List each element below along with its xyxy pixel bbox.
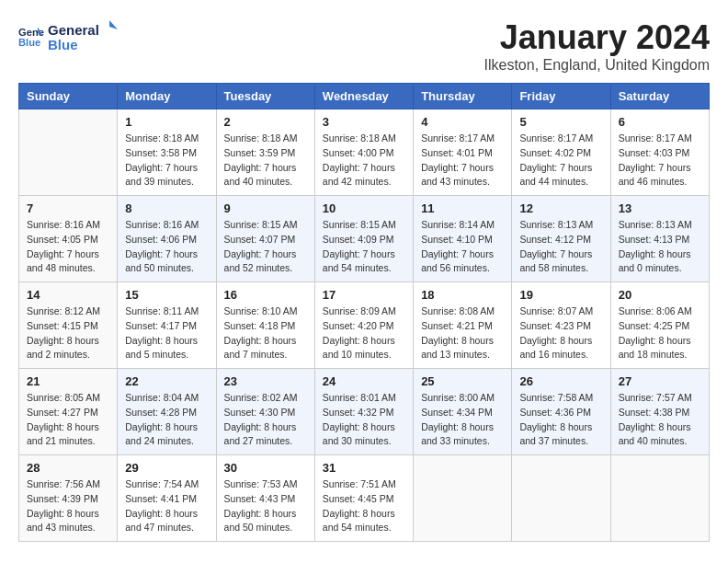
- day-cell: 26Sunrise: 7:58 AMSunset: 4:36 PMDayligh…: [512, 369, 610, 455]
- logo-svg: General Blue: [48, 18, 121, 55]
- day-cell: [19, 109, 118, 196]
- day-cell: 21Sunrise: 8:05 AMSunset: 4:27 PMDayligh…: [19, 369, 118, 455]
- day-cell: 28Sunrise: 7:56 AMSunset: 4:39 PMDayligh…: [19, 455, 118, 542]
- day-cell: 19Sunrise: 8:07 AMSunset: 4:23 PMDayligh…: [512, 282, 610, 369]
- svg-marker-4: [109, 20, 118, 29]
- month-title: January 2024: [484, 18, 710, 57]
- svg-text:Blue: Blue: [48, 37, 78, 52]
- day-info: Sunrise: 7:58 AMSunset: 4:36 PMDaylight:…: [519, 391, 602, 449]
- day-header-wednesday: Wednesday: [314, 84, 413, 109]
- day-info: Sunrise: 8:04 AMSunset: 4:28 PMDaylight:…: [125, 391, 208, 449]
- location: Ilkeston, England, United Kingdom: [484, 57, 710, 74]
- day-header-monday: Monday: [118, 84, 216, 109]
- day-info: Sunrise: 8:14 AMSunset: 4:10 PMDaylight:…: [421, 218, 504, 276]
- day-cell: 16Sunrise: 8:10 AMSunset: 4:18 PMDayligh…: [216, 282, 314, 369]
- day-cell: 15Sunrise: 8:11 AMSunset: 4:17 PMDayligh…: [118, 282, 216, 369]
- day-number: 1: [125, 115, 208, 129]
- svg-text:Blue: Blue: [18, 37, 40, 48]
- day-number: 10: [323, 201, 405, 215]
- day-number: 26: [519, 374, 602, 388]
- calendar-header-row: SundayMondayTuesdayWednesdayThursdayFrid…: [19, 84, 710, 109]
- day-number: 23: [224, 374, 307, 388]
- day-number: 13: [619, 201, 701, 215]
- day-info: Sunrise: 8:15 AMSunset: 4:07 PMDaylight:…: [224, 218, 307, 276]
- day-number: 5: [519, 115, 602, 129]
- week-row-4: 21Sunrise: 8:05 AMSunset: 4:27 PMDayligh…: [19, 369, 710, 455]
- day-cell: 20Sunrise: 8:06 AMSunset: 4:25 PMDayligh…: [610, 282, 709, 369]
- title-block: January 2024 Ilkeston, England, United K…: [484, 18, 710, 74]
- day-header-tuesday: Tuesday: [216, 84, 314, 109]
- day-cell: [512, 455, 610, 542]
- svg-text:General: General: [48, 22, 99, 38]
- day-number: 28: [27, 461, 109, 475]
- day-number: 19: [519, 288, 602, 302]
- day-info: Sunrise: 8:13 AMSunset: 4:12 PMDaylight:…: [519, 218, 602, 276]
- day-number: 3: [323, 115, 405, 129]
- day-info: Sunrise: 8:09 AMSunset: 4:20 PMDaylight:…: [323, 304, 405, 362]
- week-row-3: 14Sunrise: 8:12 AMSunset: 4:15 PMDayligh…: [19, 282, 710, 369]
- day-info: Sunrise: 8:07 AMSunset: 4:23 PMDaylight:…: [519, 304, 602, 362]
- day-cell: 13Sunrise: 8:13 AMSunset: 4:13 PMDayligh…: [610, 196, 709, 282]
- week-row-5: 28Sunrise: 7:56 AMSunset: 4:39 PMDayligh…: [19, 455, 710, 542]
- day-cell: 27Sunrise: 7:57 AMSunset: 4:38 PMDayligh…: [610, 369, 709, 455]
- day-cell: 12Sunrise: 8:13 AMSunset: 4:12 PMDayligh…: [512, 196, 610, 282]
- day-cell: 23Sunrise: 8:02 AMSunset: 4:30 PMDayligh…: [216, 369, 314, 455]
- day-number: 21: [27, 374, 109, 388]
- day-info: Sunrise: 8:00 AMSunset: 4:34 PMDaylight:…: [421, 391, 504, 449]
- calendar-body: 1Sunrise: 8:18 AMSunset: 3:58 PMDaylight…: [19, 109, 710, 542]
- day-number: 11: [421, 201, 504, 215]
- day-info: Sunrise: 8:08 AMSunset: 4:21 PMDaylight:…: [421, 304, 504, 362]
- day-cell: 7Sunrise: 8:16 AMSunset: 4:05 PMDaylight…: [19, 196, 118, 282]
- day-cell: 18Sunrise: 8:08 AMSunset: 4:21 PMDayligh…: [414, 282, 512, 369]
- day-cell: 9Sunrise: 8:15 AMSunset: 4:07 PMDaylight…: [216, 196, 314, 282]
- day-info: Sunrise: 7:54 AMSunset: 4:41 PMDaylight:…: [125, 477, 208, 535]
- day-cell: 11Sunrise: 8:14 AMSunset: 4:10 PMDayligh…: [414, 196, 512, 282]
- day-cell: 29Sunrise: 7:54 AMSunset: 4:41 PMDayligh…: [118, 455, 216, 542]
- day-info: Sunrise: 8:10 AMSunset: 4:18 PMDaylight:…: [224, 304, 307, 362]
- day-cell: 1Sunrise: 8:18 AMSunset: 3:58 PMDaylight…: [118, 109, 216, 196]
- day-number: 17: [323, 288, 405, 302]
- day-number: 16: [224, 288, 307, 302]
- day-cell: [610, 455, 709, 542]
- day-cell: 8Sunrise: 8:16 AMSunset: 4:06 PMDaylight…: [118, 196, 216, 282]
- day-number: 8: [125, 201, 208, 215]
- day-cell: 5Sunrise: 8:17 AMSunset: 4:02 PMDaylight…: [512, 109, 610, 196]
- week-row-1: 1Sunrise: 8:18 AMSunset: 3:58 PMDaylight…: [19, 109, 710, 196]
- day-number: 20: [619, 288, 701, 302]
- day-number: 27: [619, 374, 701, 388]
- day-number: 18: [421, 288, 504, 302]
- logo-icon: General Blue: [18, 24, 44, 50]
- day-cell: 17Sunrise: 8:09 AMSunset: 4:20 PMDayligh…: [314, 282, 413, 369]
- day-info: Sunrise: 8:05 AMSunset: 4:27 PMDaylight:…: [27, 391, 109, 449]
- day-number: 22: [125, 374, 208, 388]
- calendar-table: SundayMondayTuesdayWednesdayThursdayFrid…: [18, 83, 710, 542]
- day-cell: 10Sunrise: 8:15 AMSunset: 4:09 PMDayligh…: [314, 196, 413, 282]
- day-cell: 22Sunrise: 8:04 AMSunset: 4:28 PMDayligh…: [118, 369, 216, 455]
- page-header: General Blue General Blue January 2024 I…: [18, 18, 710, 74]
- day-number: 29: [125, 461, 208, 475]
- day-number: 14: [27, 288, 109, 302]
- day-info: Sunrise: 8:11 AMSunset: 4:17 PMDaylight:…: [125, 304, 208, 362]
- day-number: 9: [224, 201, 307, 215]
- day-number: 24: [323, 374, 405, 388]
- day-cell: 2Sunrise: 8:18 AMSunset: 3:59 PMDaylight…: [216, 109, 314, 196]
- day-number: 4: [421, 115, 504, 129]
- day-info: Sunrise: 8:13 AMSunset: 4:13 PMDaylight:…: [619, 218, 701, 276]
- day-cell: [414, 455, 512, 542]
- day-number: 7: [27, 201, 109, 215]
- day-info: Sunrise: 8:06 AMSunset: 4:25 PMDaylight:…: [619, 304, 701, 362]
- day-cell: 31Sunrise: 7:51 AMSunset: 4:45 PMDayligh…: [314, 455, 413, 542]
- day-info: Sunrise: 7:53 AMSunset: 4:43 PMDaylight:…: [224, 477, 307, 535]
- day-cell: 4Sunrise: 8:17 AMSunset: 4:01 PMDaylight…: [414, 109, 512, 196]
- day-info: Sunrise: 8:02 AMSunset: 4:30 PMDaylight:…: [224, 391, 307, 449]
- day-info: Sunrise: 8:01 AMSunset: 4:32 PMDaylight:…: [323, 391, 405, 449]
- day-info: Sunrise: 8:17 AMSunset: 4:02 PMDaylight:…: [519, 132, 602, 190]
- day-number: 25: [421, 374, 504, 388]
- day-header-sunday: Sunday: [19, 84, 118, 109]
- day-info: Sunrise: 8:18 AMSunset: 3:58 PMDaylight:…: [125, 132, 208, 190]
- day-info: Sunrise: 8:18 AMSunset: 3:59 PMDaylight:…: [224, 132, 307, 190]
- day-info: Sunrise: 8:12 AMSunset: 4:15 PMDaylight:…: [27, 304, 109, 362]
- day-info: Sunrise: 8:17 AMSunset: 4:03 PMDaylight:…: [619, 132, 701, 190]
- day-info: Sunrise: 8:17 AMSunset: 4:01 PMDaylight:…: [421, 132, 504, 190]
- week-row-2: 7Sunrise: 8:16 AMSunset: 4:05 PMDaylight…: [19, 196, 710, 282]
